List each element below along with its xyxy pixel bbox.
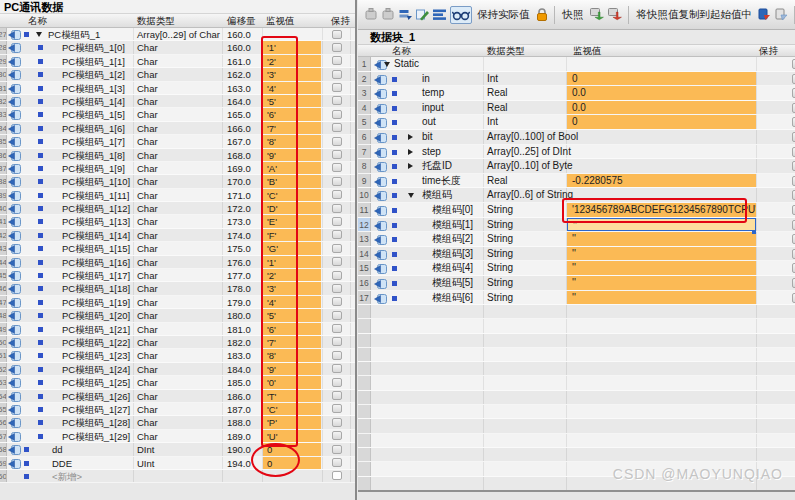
retain-checkbox[interactable]: [332, 150, 342, 159]
name-cell[interactable]: PC模组码_1[2]: [62, 68, 125, 81]
table-row[interactable]: 7stepArray[0..25] of DInt: [358, 145, 795, 160]
table-row[interactable]: 59DDEUInt194.00: [0, 457, 355, 470]
retain-checkbox[interactable]: [332, 431, 342, 440]
name-cell[interactable]: out: [422, 115, 436, 129]
retain-checkbox[interactable]: [332, 123, 342, 132]
retain-checkbox[interactable]: [332, 364, 342, 373]
monitor-value-cell[interactable]: '7': [263, 122, 321, 134]
table-row[interactable]: 55PC模组码_1[27]Char187.0'C': [0, 403, 355, 416]
monitor-value-cell[interactable]: 'C': [263, 403, 321, 415]
type-cell[interactable]: Char: [137, 269, 158, 282]
table-row[interactable]: 54PC模组码_1[26]Char186.0'T': [0, 390, 355, 403]
monitor-value-cell[interactable]: '3': [263, 68, 321, 80]
retain-checkbox[interactable]: [332, 391, 342, 400]
type-cell[interactable]: Char: [137, 82, 158, 95]
name-cell[interactable]: PC模组码_1[22]: [62, 336, 130, 349]
table-row[interactable]: 4inputReal0.0: [358, 101, 795, 116]
table-row[interactable]: 8托盘IDArray[0..10] of Byte: [358, 159, 795, 174]
type-cell[interactable]: Char: [137, 416, 158, 429]
type-cell[interactable]: String: [487, 232, 513, 246]
type-cell[interactable]: Char: [137, 296, 158, 309]
insert-row-icon[interactable]: [364, 7, 379, 22]
monitor-value-cell[interactable]: 'G': [263, 242, 321, 254]
name-cell[interactable]: PC模组码_1[15]: [62, 242, 130, 255]
name-cell[interactable]: PC模组码_1[11]: [62, 189, 129, 202]
expand-triangle-icon[interactable]: [408, 134, 413, 140]
name-cell[interactable]: PC模组码_1[29]: [62, 430, 130, 443]
type-cell[interactable]: Int: [487, 72, 498, 86]
name-cell[interactable]: temp: [422, 86, 444, 100]
expand-all-icon[interactable]: [432, 7, 448, 22]
col-header-offset[interactable]: 偏移量: [227, 15, 256, 27]
type-cell[interactable]: Char: [137, 108, 158, 121]
table-row[interactable]: 14模组码[3]String'': [358, 247, 795, 262]
name-cell[interactable]: 模组码[5]: [432, 276, 473, 290]
name-cell[interactable]: PC模组码_1[23]: [62, 349, 130, 362]
name-cell[interactable]: PC模组码_1[7]: [62, 135, 125, 148]
retain-checkbox[interactable]: [332, 351, 342, 360]
lock-icon[interactable]: [535, 7, 549, 22]
snapshot-save-icon[interactable]: [607, 7, 623, 22]
type-cell[interactable]: Char: [137, 175, 158, 188]
type-cell[interactable]: String: [487, 247, 513, 261]
type-cell[interactable]: Char: [137, 403, 158, 416]
monitor-value-cell[interactable]: [263, 28, 321, 40]
type-cell[interactable]: Char: [137, 162, 158, 175]
table-row[interactable]: 27PC模组码_1Array[0..29] of Char160.0: [0, 28, 355, 41]
edit-icon[interactable]: [415, 7, 430, 22]
retain-checkbox[interactable]: [332, 137, 342, 146]
name-cell[interactable]: PC模组码_1[24]: [62, 363, 130, 376]
name-cell[interactable]: PC模组码_1: [48, 28, 100, 41]
copy-values-alt-icon[interactable]: [774, 7, 789, 22]
retain-checkbox[interactable]: [332, 445, 342, 454]
name-cell[interactable]: PC模组码_1[5]: [62, 108, 125, 121]
name-cell[interactable]: dd: [52, 443, 63, 456]
table-row[interactable]: 37PC模组码_1[9]Char169.0'A': [0, 162, 355, 175]
table-row[interactable]: 1Static: [358, 57, 795, 72]
name-cell[interactable]: PC模组码_1[20]: [62, 309, 130, 322]
table-row[interactable]: 9time长度Real-0.2280575: [358, 174, 795, 189]
monitor-value-cell[interactable]: '8': [263, 135, 321, 147]
monitor-value-cell[interactable]: 'U': [263, 430, 321, 442]
name-cell[interactable]: PC模组码_1[4]: [62, 95, 125, 108]
type-cell[interactable]: Char: [137, 430, 158, 443]
retain-checkbox[interactable]: [332, 284, 342, 293]
retain-checkbox[interactable]: [332, 70, 342, 79]
table-row[interactable]: 56PC模组码_1[28]Char188.0'P': [0, 416, 355, 429]
table-row[interactable]: 15模组码[4]String'': [358, 261, 795, 276]
expand-triangle-icon[interactable]: [36, 32, 42, 37]
insert-row-icon[interactable]: [381, 7, 396, 22]
table-row[interactable]: 35PC模组码_1[7]Char167.0'8': [0, 135, 355, 148]
col-header-monitor[interactable]: 监视值: [573, 45, 602, 57]
type-cell[interactable]: Char: [137, 41, 158, 54]
type-cell[interactable]: Array[0..29] of Char: [137, 28, 220, 41]
col-header-retain[interactable]: 保持: [759, 45, 778, 57]
name-cell[interactable]: PC模组码_1[21]: [62, 323, 130, 336]
expand-triangle-icon[interactable]: [408, 163, 413, 169]
type-cell[interactable]: Char: [137, 215, 158, 228]
retain-checkbox[interactable]: [332, 204, 342, 213]
type-cell[interactable]: Char: [137, 376, 158, 389]
table-row[interactable]: 51PC模组码_1[23]Char183.0'8': [0, 349, 355, 362]
monitor-value-cell[interactable]: '7': [263, 336, 321, 348]
monitor-value-cell[interactable]: 'F': [263, 229, 321, 241]
table-row[interactable]: 3tempReal0.0: [358, 86, 795, 101]
table-row[interactable]: 58ddDInt190.00: [0, 443, 355, 456]
monitor-value-cell[interactable]: '9': [263, 149, 321, 161]
monitor-value-cell[interactable]: '': [567, 261, 756, 275]
type-cell[interactable]: Real: [487, 101, 508, 115]
name-cell[interactable]: in: [422, 72, 430, 86]
table-row[interactable]: 40PC模组码_1[12]Char172.0'D': [0, 202, 355, 215]
table-row[interactable]: 44PC模组码_1[16]Char176.0'1': [0, 256, 355, 269]
type-cell[interactable]: Char: [137, 349, 158, 362]
snapshot-button[interactable]: 快照: [563, 8, 584, 22]
retain-checkbox[interactable]: [332, 110, 342, 119]
table-row[interactable]: 13模组码[2]String'': [358, 232, 795, 247]
retain-checkbox[interactable]: [332, 177, 342, 186]
col-header-type[interactable]: 数据类型: [137, 15, 175, 27]
name-cell[interactable]: PC模组码_1[12]: [62, 202, 130, 215]
name-cell[interactable]: PC模组码_1[26]: [62, 390, 130, 403]
monitor-value-cell[interactable]: '5': [263, 95, 321, 107]
type-cell[interactable]: String: [487, 203, 513, 217]
type-cell[interactable]: Char: [137, 390, 158, 403]
